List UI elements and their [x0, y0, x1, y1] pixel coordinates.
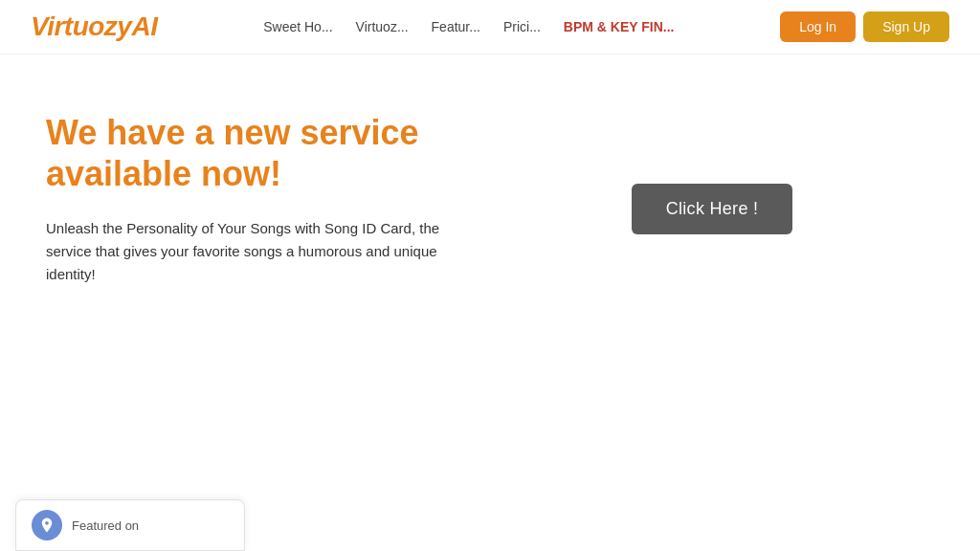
click-here-button[interactable]: Click Here ! [632, 184, 793, 234]
nav-bpm-key[interactable]: BPM & KEY FIN... [564, 19, 675, 34]
nav-sweet-home[interactable]: Sweet Ho... [263, 19, 332, 34]
featured-badge: Featured on [15, 499, 245, 551]
logo-text: VirtuozyAI [31, 11, 157, 42]
featured-icon [32, 510, 62, 540]
main-nav: Sweet Ho... Virtuoz... Featur... Prici..… [263, 19, 674, 34]
header: VirtuozyAI Sweet Ho... Virtuoz... Featur… [0, 0, 980, 55]
nav-features[interactable]: Featur... [432, 19, 480, 34]
nav-pricing[interactable]: Prici... [503, 19, 541, 34]
hero-headline: We have a new service available now! [46, 112, 490, 194]
hero-right: Click Here ! [490, 112, 934, 286]
main-content: We have a new service available now! Unl… [0, 55, 980, 324]
auth-buttons: Log In Sign Up [780, 11, 949, 42]
logo: VirtuozyAI [31, 11, 157, 42]
nav-virtuoz[interactable]: Virtuoz... [356, 19, 409, 34]
featured-text: Featured on [72, 518, 139, 533]
login-button[interactable]: Log In [780, 11, 856, 42]
hero-left: We have a new service available now! Unl… [46, 112, 490, 286]
signup-button[interactable]: Sign Up [863, 11, 949, 42]
hero-description: Unleash the Personality of Your Songs wi… [46, 217, 486, 286]
